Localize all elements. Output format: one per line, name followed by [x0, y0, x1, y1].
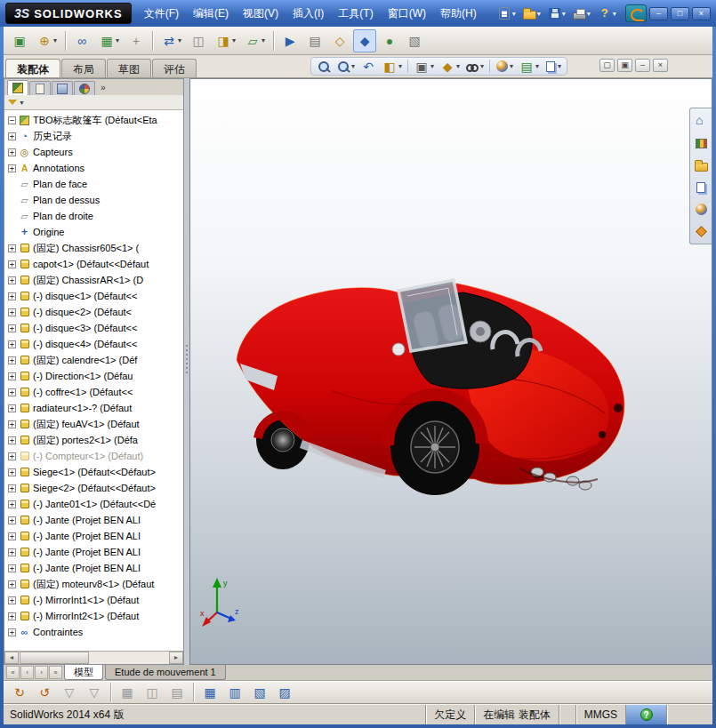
- expand-toggle[interactable]: +: [8, 276, 16, 284]
- dropdown-arrow-icon[interactable]: ▾: [587, 10, 591, 18]
- linear-component-pattern-button[interactable]: ▦▾: [95, 29, 123, 52]
- tree-item[interactable]: +(固定) portes2<1> (Défa: [4, 432, 183, 448]
- menu-tools[interactable]: 工具(T): [331, 0, 380, 27]
- expand-toggle[interactable]: +: [8, 292, 16, 300]
- scroll-track[interactable]: [19, 652, 169, 664]
- edit-component-button[interactable]: ▣: [8, 29, 31, 52]
- propertymanager-tab[interactable]: [29, 81, 51, 95]
- edit-appearance-button[interactable]: ▾: [494, 58, 515, 75]
- expand-toggle[interactable]: −: [8, 116, 16, 124]
- expand-toggle[interactable]: +: [8, 324, 16, 332]
- menu-view[interactable]: 视图(V): [236, 0, 286, 27]
- dropdown-arrow-icon[interactable]: ▾: [351, 62, 355, 70]
- tab-motion-study[interactable]: Etude de mouvement 1: [105, 665, 226, 680]
- previous-view-button[interactable]: ↶: [358, 58, 378, 75]
- tree-item[interactable]: +(-) Compteur<1> (Défaut): [4, 448, 183, 464]
- expand-toggle[interactable]: +: [8, 436, 16, 444]
- expand-toggle[interactable]: +: [8, 628, 16, 636]
- expand-toggle[interactable]: +: [8, 580, 16, 588]
- print-button[interactable]: ▾: [570, 4, 593, 23]
- tree-item[interactable]: +(固定) Chassisr605<1> (: [4, 240, 183, 256]
- menu-insert[interactable]: 插入(I): [286, 0, 331, 27]
- custom-properties-tab[interactable]: [692, 222, 711, 241]
- expand-toggle[interactable]: +: [8, 612, 16, 620]
- tree-item[interactable]: +(-) disque<2> (Défaut<: [4, 304, 183, 320]
- tree-item[interactable]: +(-) disque<3> (Défaut<<: [4, 320, 183, 336]
- doc-cascade-button[interactable]: ▣: [617, 59, 632, 72]
- dropdown-arrow-icon[interactable]: ▾: [512, 10, 516, 18]
- tab-sketch[interactable]: 草图: [107, 59, 151, 77]
- expand-toggle[interactable]: +: [8, 420, 16, 428]
- expand-toggle[interactable]: +: [8, 452, 16, 460]
- tree-item[interactable]: +Siege<1> (Défaut<<Défaut>: [4, 464, 183, 480]
- tree-item[interactable]: −TBO标志敞篷车 (Défaut<Eta: [4, 112, 183, 128]
- dropdown-arrow-icon[interactable]: ▾: [116, 36, 119, 44]
- display-style-button[interactable]: ◆▾: [438, 58, 462, 75]
- scroll-right-button[interactable]: ▸: [169, 652, 183, 664]
- expand-toggle[interactable]: +: [8, 260, 16, 268]
- dropdown-arrow-icon[interactable]: ▾: [480, 62, 484, 70]
- tree-item[interactable]: +(-) disque<4> (Défaut<<: [4, 336, 183, 352]
- mate-button[interactable]: ∞: [70, 29, 93, 52]
- expand-toggle[interactable]: +: [8, 356, 16, 364]
- snapshot-button[interactable]: ▧: [403, 29, 426, 52]
- dropdown-arrow-icon[interactable]: ▾: [613, 10, 616, 18]
- instant3d-button[interactable]: ◆: [353, 29, 376, 52]
- expand-toggle[interactable]: +: [8, 564, 16, 572]
- expand-toggle[interactable]: +: [8, 532, 16, 540]
- displaymanager-tab[interactable]: [74, 81, 95, 95]
- dropdown-arrow-icon[interactable]: ▾: [261, 36, 265, 44]
- expand-toggle[interactable]: +: [8, 484, 16, 492]
- tree-item[interactable]: +(-) Jante (Projet BEN ALI: [4, 512, 183, 528]
- expand-toggle[interactable]: +: [8, 404, 16, 412]
- dropdown-arrow-icon[interactable]: ▾: [535, 62, 539, 70]
- tab-scroll-button-4[interactable]: »: [49, 666, 62, 679]
- tree-item[interactable]: +(固定) ChassisrAR<1> (D: [4, 272, 183, 288]
- expand-toggle[interactable]: +: [8, 468, 16, 476]
- view-palette-tab[interactable]: [692, 178, 711, 196]
- units-field[interactable]: MMGS: [575, 705, 625, 724]
- filter-a-button[interactable]: ▽: [58, 681, 81, 704]
- configurationmanager-tab[interactable]: [52, 81, 73, 95]
- expand-toggle[interactable]: +: [8, 516, 16, 524]
- design-library-tab[interactable]: [692, 133, 711, 152]
- tree-item[interactable]: ▱Plan de droite: [4, 208, 183, 224]
- table-tool-2-button[interactable]: ▥: [223, 681, 246, 704]
- filter-b-button[interactable]: ▽: [83, 681, 106, 704]
- assembly-features-button[interactable]: ◨▾: [212, 29, 239, 52]
- minimize-button[interactable]: –: [649, 7, 668, 20]
- smart-fasteners-button[interactable]: +: [125, 29, 148, 52]
- tab-layout[interactable]: 布局: [61, 59, 106, 77]
- close-button[interactable]: ×: [692, 7, 711, 20]
- tab-scroll-button-2[interactable]: ‹: [20, 666, 34, 679]
- tree-item[interactable]: +AAnnotations: [4, 160, 183, 176]
- bill-of-materials-button[interactable]: ▤: [303, 29, 326, 52]
- dropdown-arrow-icon[interactable]: ▾: [53, 36, 57, 44]
- car-model-3d[interactable]: [224, 257, 642, 515]
- expand-toggle[interactable]: +: [8, 388, 16, 396]
- tree-item[interactable]: +(-) Direction<1> (Défau: [4, 368, 183, 384]
- expand-toggle[interactable]: +: [8, 372, 16, 380]
- tree-item[interactable]: +Origine: [4, 224, 183, 240]
- table-tool-1-button[interactable]: ▦: [198, 681, 221, 704]
- dropdown-arrow-icon[interactable]: ▾: [178, 36, 181, 44]
- tree-item[interactable]: +(-) disque<1> (Défaut<<: [4, 288, 183, 304]
- tool-a-button[interactable]: ▦: [116, 681, 139, 704]
- dropdown-arrow-icon[interactable]: ▾: [558, 62, 561, 70]
- dropdown-arrow-icon[interactable]: ▾: [537, 10, 541, 18]
- insert-components-button[interactable]: ⊕▾: [33, 29, 60, 52]
- scroll-thumb[interactable]: [20, 652, 89, 664]
- help-button[interactable]: ▾: [595, 4, 619, 23]
- expand-toggle[interactable]: +: [8, 500, 16, 508]
- save-button[interactable]: ▾: [545, 4, 568, 23]
- reverse-button[interactable]: ↺: [33, 681, 56, 704]
- help-icon[interactable]: ?: [640, 708, 653, 721]
- tab-model[interactable]: 模型: [64, 665, 103, 680]
- dropdown-arrow-icon[interactable]: ▾: [510, 62, 513, 70]
- filter-button[interactable]: ▼: [8, 100, 25, 106]
- expand-toggle[interactable]: +: [8, 244, 16, 252]
- zoom-to-area-button[interactable]: ▾: [334, 58, 357, 75]
- open-document-button[interactable]: ▾: [520, 4, 543, 23]
- tree-item[interactable]: ▱Plan de face: [4, 176, 183, 192]
- move-component-button[interactable]: ⇄▾: [157, 29, 185, 52]
